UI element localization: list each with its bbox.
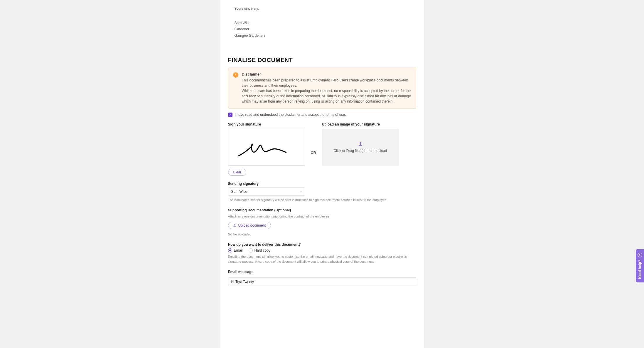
- letter-closing: Yours sincerely,: [235, 6, 410, 11]
- supporting-doc-help: Attach any one documentation supporting …: [228, 214, 416, 219]
- upload-document-button[interactable]: Upload document: [228, 222, 271, 229]
- terms-label: I have read and understood the disclaime…: [235, 113, 346, 117]
- upload-icon: [233, 224, 237, 227]
- signatory-help-text: The nominated sender signatory will be s…: [228, 198, 416, 203]
- email-message-input[interactable]: [228, 277, 416, 286]
- upload-icon: [358, 142, 363, 146]
- upload-document-label: Upload document: [238, 223, 266, 227]
- signatory-selected-value: Sam Wise: [231, 190, 247, 194]
- disclaimer-box: ! Disclaimer This document has been prep…: [228, 68, 416, 108]
- help-icon: ?: [638, 253, 642, 257]
- signature-drawing-icon: [228, 129, 305, 166]
- clear-button-label: Clear: [233, 170, 242, 174]
- clear-signature-button[interactable]: Clear: [228, 169, 247, 176]
- delivery-email-label: Email: [234, 248, 243, 252]
- upload-signature-label: Upload an image of your signature: [322, 122, 399, 126]
- letter-signer-name: Sam Wise: [235, 20, 410, 26]
- need-help-tab[interactable]: Need help? ?: [636, 249, 644, 282]
- disclaimer-text-2: While due care has been taken in prepari…: [242, 88, 411, 104]
- warning-icon: !: [233, 72, 238, 78]
- signature-upload-dropzone[interactable]: Click or Drag file(s) here to upload: [322, 129, 399, 166]
- radio-checked-icon: [228, 248, 232, 252]
- email-message-label: Email message: [228, 270, 416, 274]
- sign-signature-label: Sign your signature: [228, 122, 305, 126]
- signature-or-divider: OR: [311, 151, 316, 155]
- disclaimer-title: Disclaimer: [242, 72, 411, 76]
- sending-signatory-select[interactable]: Sam Wise: [228, 188, 305, 196]
- delivery-help-text: Emailing the document will allow you to …: [228, 254, 416, 264]
- terms-checkbox-row[interactable]: ✓ I have read and understood the disclai…: [228, 113, 416, 117]
- content-panel: Yours sincerely, Sam Wise Gardener Gamge…: [220, 0, 424, 348]
- letter-signer-title: Gardener: [235, 26, 410, 32]
- section-heading: Finalise Document: [220, 51, 424, 68]
- delivery-hardcopy-label: Hard copy: [254, 248, 271, 252]
- signature-pad[interactable]: [228, 129, 305, 166]
- upload-hint-text: Click or Drag file(s) here to upload: [333, 149, 387, 153]
- delivery-label: How do you want to deliver this document…: [228, 242, 416, 247]
- delivery-radio-email[interactable]: Email: [228, 248, 243, 252]
- radio-unchecked-icon: [249, 248, 253, 252]
- delivery-radio-hardcopy[interactable]: Hard copy: [249, 248, 271, 252]
- no-file-text: No file uploaded: [228, 232, 416, 237]
- supporting-doc-label: Supporting Documentation (Optional): [228, 208, 416, 212]
- disclaimer-text-1: This document has been prepared to assis…: [242, 78, 411, 88]
- sending-signatory-label: Sending signatory: [228, 182, 416, 186]
- terms-checkbox[interactable]: ✓: [228, 113, 232, 117]
- letter-signer-company: Gamgee Gardeners: [235, 33, 410, 39]
- letter-body: Yours sincerely, Sam Wise Gardener Gamge…: [220, 6, 424, 51]
- need-help-label: Need help?: [638, 260, 642, 279]
